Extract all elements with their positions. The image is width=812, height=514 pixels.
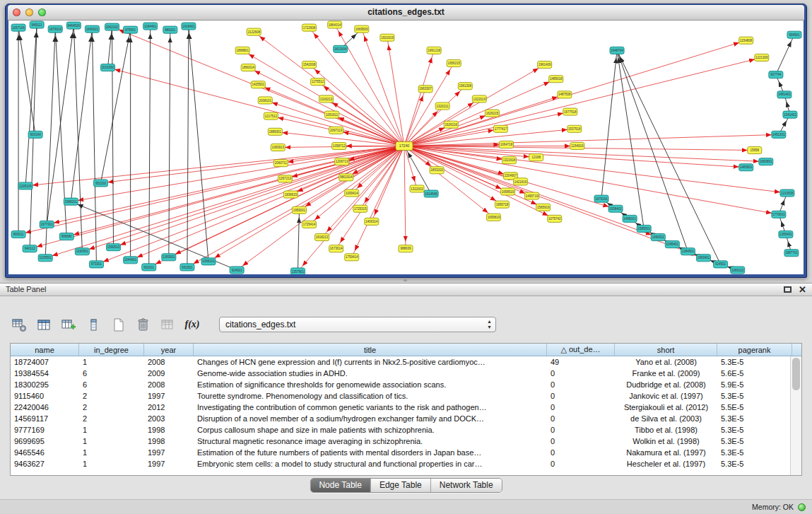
graph-node[interactable]: 1864014 bbox=[328, 21, 342, 28]
cell-short[interactable]: Stergiakouli et al. (2012) bbox=[615, 402, 717, 413]
graph-edge[interactable] bbox=[404, 146, 493, 217]
graph-node[interactable]: 1154808 bbox=[739, 37, 753, 44]
graph-edge[interactable] bbox=[265, 100, 404, 146]
close-window-button[interactable] bbox=[13, 8, 20, 16]
table-row[interactable]: 911546021997Tourette syndrome. Phenomeno… bbox=[11, 390, 801, 402]
graph-node[interactable]: 1283901 bbox=[162, 254, 176, 261]
graph-node[interactable]: 1322019 bbox=[472, 95, 486, 103]
cell-out_de[interactable]: 0 bbox=[547, 368, 615, 379]
graph-node[interactable]: 1051611 bbox=[325, 111, 339, 118]
graph-edge[interactable] bbox=[189, 26, 208, 262]
graph-node[interactable]: 1495719 bbox=[525, 192, 539, 199]
cell-year[interactable]: 1998 bbox=[144, 424, 194, 436]
graph-node[interactable]: 927744 bbox=[769, 71, 783, 78]
graph-node[interactable]: 1959001 bbox=[292, 206, 306, 214]
graph-node[interactable]: 1673014 bbox=[329, 245, 343, 252]
cell-name[interactable]: 9699695 bbox=[11, 436, 79, 447]
cell-out_de[interactable]: 0 bbox=[547, 424, 615, 436]
graph-node[interactable]: 1025501 bbox=[38, 255, 52, 262]
graph-node[interactable]: 1889301 bbox=[268, 128, 282, 135]
column-header-year[interactable]: year bbox=[144, 344, 194, 356]
graph-node[interactable]: 940112 bbox=[23, 245, 37, 252]
cell-pagerank[interactable]: 5.3E-5 bbox=[717, 413, 792, 424]
graph-node[interactable]: 924501 bbox=[230, 267, 244, 274]
cell-title[interactable]: Changes of HCN gene expression and I(f) … bbox=[194, 356, 547, 368]
graph-node[interactable]: 1895718 bbox=[495, 201, 509, 208]
graph-edge[interactable] bbox=[404, 146, 406, 248]
cell-out_de[interactable]: 0 bbox=[547, 458, 615, 469]
cell-in_degree[interactable]: 2 bbox=[79, 402, 144, 413]
graph-node[interactable]: 1095401 bbox=[665, 241, 679, 248]
graph-node[interactable]: 893011 bbox=[11, 230, 25, 238]
graph-node[interactable]: 1044901 bbox=[124, 257, 138, 264]
graph-edge[interactable] bbox=[404, 113, 492, 146]
cell-year[interactable]: 1997 bbox=[144, 390, 194, 402]
graph-edge[interactable] bbox=[362, 29, 404, 146]
network-selector-dropdown[interactable]: citations_edges.txt ▲▼ bbox=[219, 317, 496, 332]
graph-node[interactable]: 12168 bbox=[529, 154, 543, 161]
graph-node[interactable]: 1320211 bbox=[435, 103, 449, 110]
graph-node[interactable]: 1656215 bbox=[447, 59, 461, 66]
cell-name[interactable]: 9465546 bbox=[11, 447, 79, 458]
cell-name[interactable]: 9777169 bbox=[11, 424, 79, 436]
graph-edge[interactable] bbox=[298, 146, 404, 271]
cell-in_degree[interactable]: 1 bbox=[79, 356, 144, 368]
cell-name[interactable]: 14569117 bbox=[11, 413, 79, 424]
cell-short[interactable]: Franke et al. (2009) bbox=[615, 368, 717, 379]
cell-name[interactable]: 19384554 bbox=[11, 368, 79, 379]
panel-resize-handle[interactable] bbox=[404, 279, 407, 281]
graph-edge[interactable] bbox=[71, 29, 92, 201]
tab-edge-table[interactable]: Edge Table bbox=[371, 479, 431, 492]
graph-edge[interactable] bbox=[100, 30, 130, 183]
graph-edge[interactable] bbox=[404, 146, 704, 257]
graph-node[interactable]: 1487508 bbox=[558, 91, 572, 98]
cell-name[interactable]: 18300295 bbox=[11, 379, 79, 390]
cell-pagerank[interactable]: 5.5E-5 bbox=[717, 402, 792, 413]
graph-node[interactable]: 1341401 bbox=[783, 111, 797, 118]
cell-in_degree[interactable]: 2 bbox=[79, 413, 144, 424]
graph-node[interactable]: 975501 bbox=[124, 26, 138, 33]
graph-node[interactable]: 1725414 bbox=[302, 221, 316, 228]
graph-edge[interactable] bbox=[25, 25, 37, 186]
cell-title[interactable]: Structural magnetic resonance image aver… bbox=[194, 436, 547, 447]
cell-out_de[interactable]: 0 bbox=[547, 413, 615, 424]
cell-year[interactable]: 2008 bbox=[144, 356, 194, 368]
create-column-icon[interactable] bbox=[61, 317, 76, 332]
cell-year[interactable]: 2009 bbox=[144, 368, 194, 379]
graph-node[interactable]: 9464526 bbox=[66, 22, 81, 29]
graph-node[interactable]: 1585501 bbox=[637, 225, 651, 232]
column-header-in_degree[interactable]: in_degree bbox=[79, 344, 144, 356]
graph-node[interactable]: 1406314 bbox=[365, 218, 379, 225]
graph-node[interactable]: 9801914 bbox=[339, 174, 353, 181]
graph-node[interactable]: 1321618 bbox=[502, 157, 516, 164]
graph-edge[interactable] bbox=[404, 146, 787, 193]
graph-edge[interactable] bbox=[310, 28, 404, 146]
cell-name[interactable]: 9115460 bbox=[11, 390, 79, 402]
graph-node[interactable]: 1451301 bbox=[772, 131, 786, 138]
cell-year[interactable]: 2008 bbox=[144, 379, 194, 390]
graph-edge[interactable] bbox=[326, 99, 404, 146]
import-table-icon[interactable] bbox=[160, 317, 175, 332]
cell-title[interactable]: Embryonic stem cells: a model to study s… bbox=[194, 458, 547, 469]
cell-year[interactable]: 1998 bbox=[144, 436, 194, 447]
graph-edge[interactable] bbox=[617, 50, 721, 264]
cell-in_degree[interactable]: 1 bbox=[79, 424, 144, 436]
table-row[interactable]: 1456911722003Disruption of a novel membe… bbox=[11, 413, 801, 424]
cell-in_degree[interactable]: 1 bbox=[79, 458, 144, 469]
graph-node[interactable]: 1618213 bbox=[315, 234, 329, 241]
table-row[interactable]: 946362711997Embryonic stem cells: a mode… bbox=[11, 458, 801, 469]
cell-short[interactable]: de Silva et al. (2003) bbox=[615, 413, 717, 424]
graph-node[interactable]: 1687701 bbox=[784, 250, 799, 257]
cell-title[interactable]: Tourette syndrome. Phenomenology and cla… bbox=[194, 390, 547, 402]
cell-in_degree[interactable]: 1 bbox=[79, 436, 144, 447]
graph-edge[interactable] bbox=[149, 26, 151, 267]
function-builder-icon[interactable]: f(x) bbox=[184, 317, 200, 332]
graph-edge[interactable] bbox=[107, 27, 112, 67]
network-window-titlebar[interactable]: citations_edges.txt bbox=[8, 5, 804, 21]
graph-node[interactable]: 1206713 bbox=[335, 158, 349, 165]
column-header-short[interactable]: short bbox=[615, 344, 717, 356]
graph-node[interactable]: 1154919 bbox=[570, 142, 584, 149]
table-scrollbar-thumb[interactable] bbox=[792, 358, 800, 390]
table-row[interactable]: 2242004622012Investigating the contribut… bbox=[11, 402, 801, 413]
graph-node[interactable]: 1083913 bbox=[271, 144, 285, 151]
